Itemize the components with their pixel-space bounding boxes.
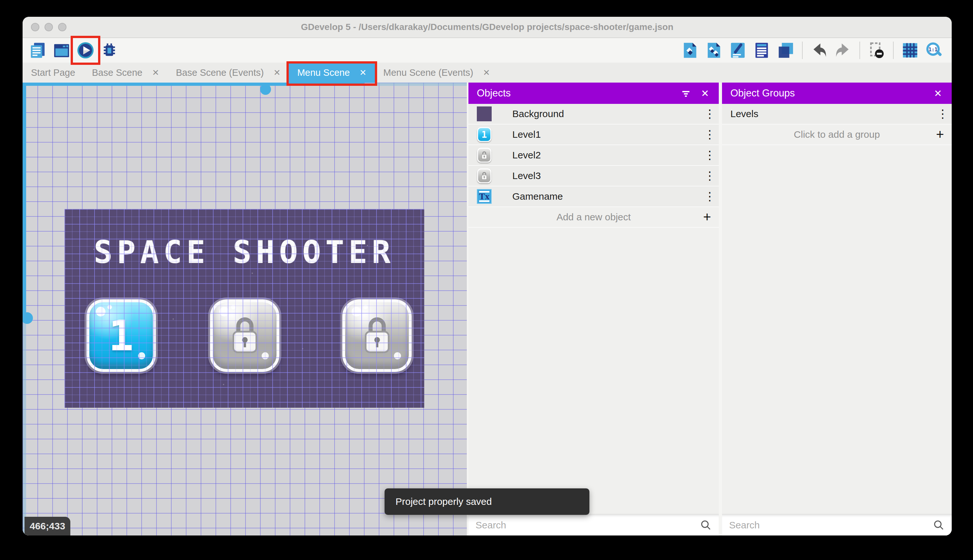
menu-scene-background-instance[interactable]: SPACE SHOOTER 1 [65,209,424,408]
toolbar: 1:1 [23,38,952,63]
instances-list-icon [753,42,770,59]
tab-base-scene[interactable]: Base Scene ✕ [83,63,167,83]
add-group-plus-icon[interactable]: + [936,128,944,141]
background-thumbnail [477,107,491,121]
object-icon [681,42,699,59]
objects-panel-header: Objects ✕ [468,83,719,104]
groups-search-input[interactable] [729,520,933,531]
zoom-1-1-icon: 1:1 [925,42,943,59]
open-object-groups-editor-button[interactable] [703,40,725,61]
toolbar-separator [893,42,894,59]
level1-thumbnail: 1 [477,127,491,142]
search-icon [933,519,945,531]
groups-search-bar [722,514,952,535]
gamename-text-instance[interactable]: SPACE SHOOTER [65,234,424,270]
vertical-scrollbar-knob[interactable] [23,312,33,324]
scene-properties-button[interactable] [51,40,72,61]
properties-icon [729,42,746,59]
objects-panel-title: Objects [477,87,680,99]
lock-icon [360,316,394,355]
title-bar: GDevelop 5 - /Users/dkarakay/Documents/G… [23,17,952,38]
object-row-level3[interactable]: Level3 ⋮ [468,166,719,187]
horizontal-scrollbar-track[interactable] [365,83,467,86]
level3-button-instance[interactable] [342,299,412,372]
object-groups-panel-header: Object Groups ✕ [722,83,952,104]
undo-button[interactable] [808,40,830,61]
group-row-levels[interactable]: Levels ⋮ [722,104,952,125]
tab-start-page[interactable]: Start Page [23,63,83,83]
annotation-red-box-play [71,36,100,65]
object-row-gamename[interactable]: Tx Gamename ⋮ [468,187,719,207]
open-properties-panel-button[interactable] [727,40,748,61]
scene-editor-canvas[interactable]: SPACE SHOOTER 1 [23,83,467,535]
gdevelop-window: GDevelop 5 - /Users/dkarakay/Documents/G… [23,17,952,535]
save-toast: Project properly saved [385,488,590,515]
redo-icon [834,42,852,59]
tab-menu-scene[interactable]: Menu Scene ✕ [289,63,375,83]
toolbar-separator [860,42,860,59]
scene-window-icon [53,42,70,59]
search-icon [700,519,712,531]
add-object-plus-icon[interactable]: + [703,210,711,224]
object-row-background[interactable]: Background ⋮ [468,104,719,125]
object-row-level2[interactable]: Level2 ⋮ [468,145,719,166]
open-instances-list-button[interactable] [751,40,772,61]
level2-button-instance[interactable] [210,299,279,372]
grid-icon [901,42,919,59]
cursor-coordinates: 466;433 [25,517,70,535]
object-groups-panel: Object Groups ✕ Levels ⋮ Click to add a … [722,83,952,535]
debugger-icon [101,42,118,59]
object-groups-icon [705,42,723,59]
horizontal-scrollbar-knob[interactable] [260,84,271,95]
layers-icon [777,42,794,59]
object-row-level1[interactable]: 1 Level1 ⋮ [468,125,719,145]
kebab-menu-icon[interactable]: ⋮ [701,169,719,183]
objects-search-input[interactable] [475,520,700,531]
objects-panel-empty-area [468,228,719,514]
delete-instances-button[interactable] [866,40,887,61]
play-button[interactable] [75,40,96,61]
lock-icon [228,316,262,355]
redo-button[interactable] [832,40,854,61]
close-tab-icon[interactable]: ✕ [359,68,367,78]
tab-base-scene-events[interactable]: Base Scene (Events) ✕ [167,63,289,83]
zoom-reset-button[interactable]: 1:1 [923,40,945,61]
open-objects-editor-button[interactable] [680,40,701,61]
object-groups-panel-empty-area [722,145,952,514]
close-tab-icon[interactable]: ✕ [152,68,159,78]
vertical-scrollbar-track[interactable] [23,319,26,535]
level3-thumbnail [477,168,491,183]
level2-thumbnail [477,148,491,163]
undo-icon [810,42,828,59]
kebab-menu-icon[interactable]: ⋮ [701,148,719,162]
kebab-menu-icon[interactable]: ⋮ [701,107,719,121]
add-group-row[interactable]: Click to add a group + [722,125,952,145]
toolbar-separator [802,42,803,59]
vertical-scrollbar-thumb[interactable] [23,83,26,319]
level1-button-instance[interactable]: 1 [87,299,156,372]
window-title: GDevelop 5 - /Users/dkarakay/Documents/G… [23,22,952,32]
open-layers-editor-button[interactable] [775,40,796,61]
tab-bar: Start Page Base Scene ✕ Base Scene (Even… [23,63,952,83]
objects-panel: Objects ✕ Background ⋮ 1 Level1 ⋮ [468,83,719,535]
project-manager-button[interactable] [27,40,48,61]
svg-text:1:1: 1:1 [928,47,938,53]
toast-message: Project properly saved [395,496,491,507]
object-groups-panel-title: Object Groups [730,87,934,99]
delete-instances-icon [868,42,885,59]
kebab-menu-icon[interactable]: ⋮ [701,128,719,141]
text-object-thumbnail: Tx [477,189,491,204]
close-panel-icon[interactable]: ✕ [934,88,942,99]
debugger-button[interactable] [99,40,120,61]
close-tab-icon[interactable]: ✕ [273,68,281,78]
tab-menu-scene-events[interactable]: Menu Scene (Events) ✕ [375,63,498,83]
close-panel-icon[interactable]: ✕ [701,88,709,99]
horizontal-scrollbar-thumb[interactable] [23,83,365,86]
kebab-menu-icon[interactable]: ⋮ [934,107,952,121]
close-tab-icon[interactable]: ✕ [483,68,490,78]
filter-icon[interactable] [680,88,691,99]
add-object-row[interactable]: Add a new object + [468,207,719,228]
grid-button[interactable] [900,40,921,61]
kebab-menu-icon[interactable]: ⋮ [701,190,719,203]
project-manager-icon [29,42,47,59]
